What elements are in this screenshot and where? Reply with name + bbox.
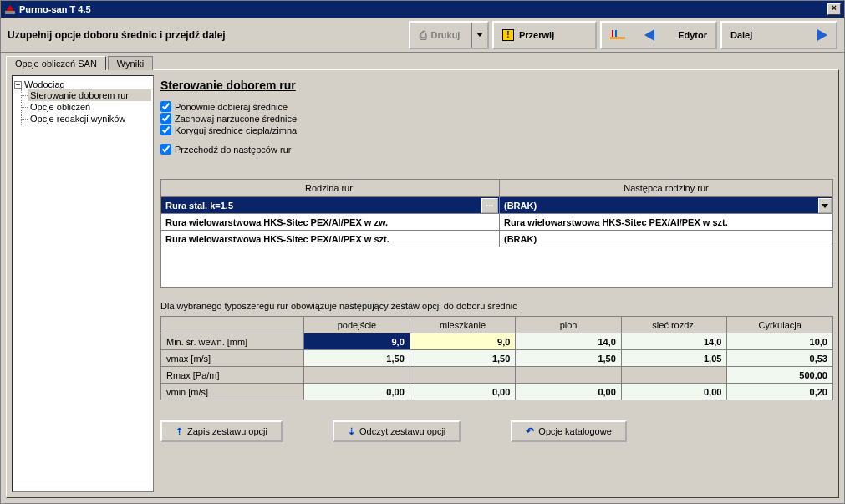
browse-button[interactable]: … xyxy=(481,198,498,213)
param-cell[interactable]: 9,0 xyxy=(304,333,410,350)
print-dropdown[interactable] xyxy=(471,23,486,48)
print-icon: ⎙ xyxy=(420,28,426,42)
button-label: Zapis zestawu opcji xyxy=(187,426,267,436)
check-correct-box[interactable] xyxy=(160,125,171,135)
pipe-col-family: Rodzina rur: xyxy=(161,180,500,197)
tab-results[interactable]: Wyniki xyxy=(108,56,153,70)
info-text: Dla wybranego typoszeregu rur obowiązuje… xyxy=(160,301,833,311)
param-cell[interactable] xyxy=(410,367,516,384)
table-row[interactable]: Min. śr. wewn. [mm] 9,0 9,0 14,0 14,0 10… xyxy=(161,333,833,350)
catalog-options-button[interactable]: ↶ Opcje katalogowe xyxy=(511,420,626,442)
table-padding xyxy=(161,247,833,288)
svg-rect-3 xyxy=(615,30,617,37)
check-label: Zachowaj narzucone średnice xyxy=(175,114,297,124)
next-button[interactable]: Dalej xyxy=(720,21,837,49)
tree-item-result-options[interactable]: Opcje redakcji wyników xyxy=(28,113,151,125)
download-icon: ⇣ xyxy=(348,426,355,437)
tree-item-label: Opcje obliczeń xyxy=(30,102,90,112)
save-options-button[interactable]: ⇡ Zapis zestawu opcji xyxy=(160,420,283,442)
check-preserve[interactable]: Zachowaj narzucone średnice xyxy=(160,113,833,124)
undo-icon: ↶ xyxy=(526,425,534,437)
param-row-label: vmin [m/s] xyxy=(161,384,304,400)
table-row[interactable]: Rura stal. k=1.5 … (BRAK) xyxy=(161,197,833,214)
toolbar: Uzupełnij opcje doboru średnic i przejdź… xyxy=(1,18,844,53)
tab-calc-options[interactable]: Opcje obliczeń SAN xyxy=(6,56,106,70)
main-panel: Sterowanie doborem rur Ponownie dobieraj… xyxy=(160,75,833,492)
param-cell[interactable]: 1,05 xyxy=(621,350,727,367)
param-cell[interactable]: 0,20 xyxy=(727,384,833,400)
arrow-right-icon xyxy=(817,29,827,41)
close-button[interactable]: × xyxy=(827,3,841,15)
check-correct[interactable]: Koryguj średnice ciepła/zimna xyxy=(160,125,833,135)
bottom-buttons: ⇡ Zapis zestawu opcji ⇣ Odczyt zestawu o… xyxy=(160,420,833,442)
param-cell[interactable]: 0,53 xyxy=(727,350,833,367)
section-title: Sterowanie doborem rur xyxy=(160,79,833,92)
pipe-family-table[interactable]: Rodzina rur: Następca rodziny rur Rura s… xyxy=(160,179,833,288)
pipe-family-cell[interactable]: Rura wielowarstwowa HKS-Sitec PEX/Al/PEX… xyxy=(161,231,500,247)
print-label: Drukuj xyxy=(431,30,461,40)
editor-label: Edytor xyxy=(678,30,707,40)
check-successor[interactable]: Przechodź do następców rur xyxy=(160,144,833,155)
param-cell[interactable]: 1,50 xyxy=(304,350,410,367)
check-preserve-box[interactable] xyxy=(160,113,171,124)
interrupt-label: Przerwij xyxy=(519,30,554,40)
pipe-succ-cell[interactable]: (BRAK) xyxy=(500,231,833,247)
tree-root[interactable]: − Wodociąg xyxy=(14,79,151,89)
table-row[interactable]: vmax [m/s] 1,50 1,50 1,50 1,05 0,53 xyxy=(161,350,833,367)
corner-cell xyxy=(161,317,304,333)
pipe-family-cell[interactable]: Rura wielowarstwowa HKS-Sitec PEX/Al/PEX… xyxy=(161,214,500,231)
interrupt-button[interactable]: ! Przerwij xyxy=(492,21,597,49)
param-cell[interactable]: 10,0 xyxy=(727,333,833,350)
table-row[interactable]: vmin [m/s] 0,00 0,00 0,00 0,00 0,20 xyxy=(161,384,833,400)
tree-toggle[interactable]: − xyxy=(14,81,22,89)
pipe-succ-label: (BRAK) xyxy=(504,201,537,211)
window-title: Purmo-san T 4.5 xyxy=(19,4,91,14)
param-cell[interactable]: 9,0 xyxy=(410,333,516,350)
check-label: Przechodź do następców rur xyxy=(175,145,291,155)
dropdown-toggle[interactable] xyxy=(818,198,832,213)
svg-rect-0 xyxy=(5,11,15,14)
param-row-label: Rmax [Pa/m] xyxy=(161,367,304,384)
param-cell[interactable]: 14,0 xyxy=(621,333,727,350)
print-button[interactable]: ⎙ Drukuj xyxy=(409,21,489,49)
load-options-button[interactable]: ⇣ Odczyt zestawu opcji xyxy=(333,420,461,442)
param-cell[interactable]: 0,00 xyxy=(304,384,410,400)
param-cell[interactable] xyxy=(304,367,410,384)
tabs: Opcje obliczeń SAN Wyniki xyxy=(1,53,844,69)
next-label: Dalej xyxy=(730,30,752,40)
param-table[interactable]: podejście mieszkanie pion sieć rozdz. Cy… xyxy=(160,316,833,400)
pipe-succ-cell[interactable]: (BRAK) xyxy=(500,197,833,214)
param-cell[interactable]: 500,00 xyxy=(727,367,833,384)
pipe-family-cell[interactable]: Rura stal. k=1.5 xyxy=(161,197,481,214)
tree-item-pipe-control[interactable]: Sterowanie doborem rur xyxy=(28,89,151,101)
editor-icon xyxy=(610,30,625,40)
param-cell[interactable]: 1,50 xyxy=(410,350,516,367)
param-cell[interactable] xyxy=(621,367,727,384)
options-tree[interactable]: − Wodociąg Sterowanie doborem rur Opcje … xyxy=(12,75,154,492)
button-label: Odczyt zestawu opcji xyxy=(359,426,445,436)
tree-root-label: Wodociąg xyxy=(24,79,65,89)
table-row[interactable]: Rmax [Pa/m] 500,00 xyxy=(161,367,833,384)
pipe-succ-cell[interactable]: Rura wielowarstwowa HKS-Sitec PEX/Al/PEX… xyxy=(500,214,833,231)
param-cell[interactable]: 0,00 xyxy=(516,384,622,400)
tree-item-label: Opcje redakcji wyników xyxy=(30,114,125,124)
check-reselect-box[interactable] xyxy=(160,101,171,112)
interrupt-icon: ! xyxy=(502,29,514,41)
content: − Wodociąg Sterowanie doborem rur Opcje … xyxy=(6,69,839,498)
param-cell[interactable]: 0,00 xyxy=(410,384,516,400)
table-row[interactable]: Rura wielowarstwowa HKS-Sitec PEX/Al/PEX… xyxy=(161,231,833,247)
upload-icon: ⇡ xyxy=(176,426,183,437)
check-successor-box[interactable] xyxy=(160,144,171,155)
check-reselect[interactable]: Ponownie dobieraj średnice xyxy=(160,101,833,112)
param-col: mieszkanie xyxy=(410,317,516,333)
param-cell[interactable] xyxy=(516,367,622,384)
check-label: Ponownie dobieraj średnice xyxy=(175,102,288,112)
pipe-col-succ: Następca rodziny rur xyxy=(500,180,833,197)
table-row[interactable]: Rura wielowarstwowa HKS-Sitec PEX/Al/PEX… xyxy=(161,214,833,231)
editor-button[interactable]: Edytor xyxy=(600,21,717,49)
param-cell[interactable]: 14,0 xyxy=(516,333,622,350)
param-cell[interactable]: 0,00 xyxy=(621,384,727,400)
param-col: pion xyxy=(516,317,622,333)
param-cell[interactable]: 1,50 xyxy=(516,350,622,367)
tree-item-calc-options[interactable]: Opcje obliczeń xyxy=(28,101,151,113)
